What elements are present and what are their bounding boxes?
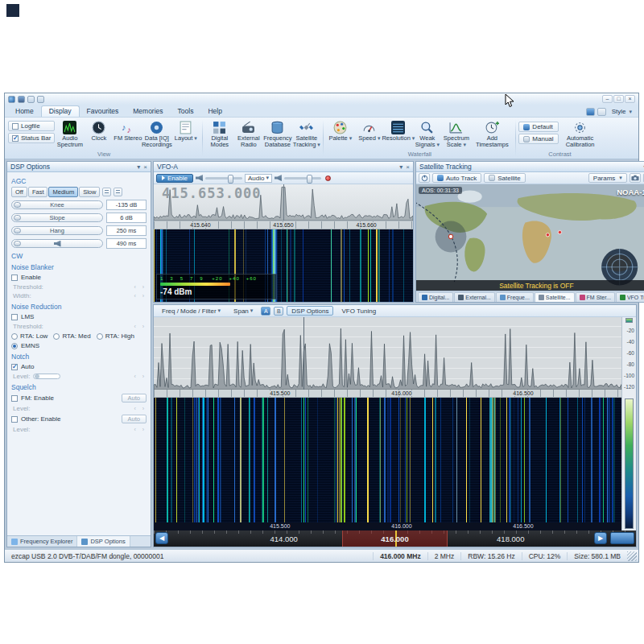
audio-spectrum-button[interactable]: Audio Spectrum (56, 119, 84, 150)
mute-icon[interactable] (275, 175, 282, 181)
rta-low-radio[interactable]: RTA: Low (11, 332, 47, 340)
window-layout-icon[interactable] (597, 108, 606, 116)
color-scheme-icon[interactable] (586, 108, 595, 116)
palette-button[interactable]: Palette (326, 119, 354, 150)
contrast-manual-button[interactable]: Manual (518, 134, 558, 144)
add-timestamps-button[interactable]: Add Timestamps (471, 119, 513, 150)
nb-enable-checkbox[interactable]: Enable (11, 274, 147, 281)
digital-modes-button[interactable]: Digital Modes (205, 119, 233, 150)
gain-slider[interactable] (11, 239, 103, 248)
noise-reduction-heading[interactable]: Noise Reduction (11, 303, 147, 311)
notch-heading[interactable]: Notch (11, 353, 147, 361)
vfo-waterfall[interactable]: 1 3 5 7 9 +20 +40 +60 -74 dBm (154, 229, 413, 302)
main-spectrum[interactable] (154, 317, 621, 390)
tab-vfo-tuning[interactable]: VFO Tu... (616, 292, 644, 302)
frequency-display[interactable]: 415.653.000 (162, 185, 262, 201)
frequency-database-button[interactable]: Frequency Database (263, 119, 291, 150)
speaker-icon[interactable] (196, 175, 203, 181)
slider-knob[interactable] (14, 241, 21, 246)
tab-frequency-explorer[interactable]: Frequency Explorer (7, 536, 77, 547)
auto-track-button[interactable]: Auto Track (432, 173, 481, 183)
clock-button[interactable]: Clock (85, 119, 113, 150)
waterfall-intensity-gradient[interactable] (625, 398, 634, 529)
external-radio-button[interactable]: External Radio (234, 119, 262, 150)
nav-right-arrow[interactable]: ▶ (594, 532, 607, 544)
vfo-frequency-scale[interactable]: 415.640 415.650 415.660 (154, 221, 413, 229)
maximize-button[interactable]: □ (613, 95, 624, 103)
tab-frequency-db[interactable]: Freque... (496, 292, 534, 302)
slope-slider[interactable]: Slope (11, 213, 103, 222)
knee-slider[interactable]: Knee (11, 200, 103, 209)
hang-value[interactable]: 250 ms (106, 225, 147, 236)
tab-tools[interactable]: Tools (171, 106, 201, 117)
spectrum-scale-button[interactable]: Spectrum Scale (442, 119, 470, 150)
tab-dsp-options[interactable]: DSP Options (77, 536, 130, 547)
panel-close-icon[interactable]: × (406, 163, 410, 171)
automatic-calibration-button[interactable]: Automatic Calibration (559, 119, 601, 150)
spinner-arrows[interactable]: ‹ › (134, 293, 147, 299)
noise-blanker-heading[interactable]: Noise Blanker (11, 263, 147, 271)
main-frequency-scale[interactable]: 415.500 416.000 416.500 (154, 390, 621, 398)
span-dropdown[interactable]: Span (229, 306, 258, 316)
camera-icon[interactable] (630, 173, 641, 183)
squelch-heading[interactable]: Squelch (11, 383, 147, 391)
tab-memories[interactable]: Memories (126, 106, 170, 117)
fm-auto-button[interactable]: Auto (122, 394, 147, 402)
fm-stereo-button[interactable]: ♪♪ FM Stereo (114, 119, 142, 150)
tab-help[interactable]: Help (200, 106, 229, 117)
gain-value[interactable]: 490 ms (106, 238, 147, 249)
tab-satellite[interactable]: Satellite... (535, 292, 575, 302)
agc-fast-button[interactable]: Fast (28, 187, 48, 197)
logfile-checkbox[interactable]: Logfile (8, 121, 55, 131)
speed-button[interactable]: Speed (355, 119, 383, 150)
spinner-arrows[interactable]: ‹ › (134, 427, 147, 432)
agc-options2-icon[interactable] (114, 188, 122, 196)
style-button[interactable]: Style (609, 107, 635, 116)
dsp-options-tab-button[interactable]: DSP Options (287, 306, 333, 316)
undo-icon[interactable] (27, 96, 35, 103)
statusbar-checkbox[interactable]: Status Bar (8, 133, 55, 143)
cw-heading[interactable]: CW (11, 252, 147, 260)
minimize-button[interactable]: – (602, 95, 613, 103)
agc-heading[interactable]: AGC (11, 177, 147, 185)
slider-knob[interactable] (14, 202, 21, 208)
tab-display[interactable]: Display (41, 105, 80, 117)
resolution-button[interactable]: Resolution (384, 119, 412, 150)
enable-button[interactable]: Enable (156, 174, 193, 183)
other-enable-checkbox[interactable]: Other: EnableAuto (11, 415, 147, 423)
notch-auto-checkbox[interactable]: Auto (11, 363, 147, 370)
nav-overview-box[interactable] (610, 532, 634, 544)
audio-select[interactable]: Audio (245, 174, 272, 183)
data-iq-recordings-button[interactable]: Data [IQ] Recordings (142, 119, 171, 150)
tab-fm-stereo[interactable]: FM Ster... (576, 292, 615, 302)
spinner-arrows[interactable]: ‹ › (134, 374, 147, 379)
fm-enable-checkbox[interactable]: FM: EnableAuto (11, 394, 147, 402)
slider-knob[interactable] (14, 228, 21, 233)
agc-slow-button[interactable]: Slow (79, 187, 100, 197)
view-b-button[interactable]: B (274, 307, 283, 316)
tab-digital-modes[interactable]: Digital... (418, 292, 453, 302)
tab-external-radio[interactable]: External... (454, 292, 495, 302)
resize-grip[interactable] (627, 551, 637, 561)
agc-options-icon[interactable] (102, 188, 111, 196)
power-icon[interactable] (419, 173, 430, 183)
spinner-arrows[interactable]: ‹ › (134, 324, 147, 329)
vfo-spectrum[interactable]: 415.653.000 (154, 184, 413, 221)
agc-off-button[interactable]: Off (11, 187, 27, 197)
knee-value[interactable]: -135 dB (106, 200, 147, 210)
lms-checkbox[interactable]: LMS (11, 313, 147, 320)
record-icon[interactable] (325, 175, 331, 181)
hang-slider[interactable]: Hang (11, 226, 103, 235)
panel-close-icon[interactable]: × (143, 163, 147, 171)
af-gain-slider[interactable] (205, 177, 242, 180)
slider-knob[interactable] (14, 215, 21, 221)
spinner-arrows[interactable]: ‹ › (134, 284, 147, 290)
panel-menu-icon[interactable]: ▾ (137, 163, 140, 171)
nav-left-arrow[interactable]: ◀ (155, 532, 168, 544)
spinner-arrows[interactable]: ‹ › (134, 406, 147, 411)
rta-med-radio[interactable]: RTA: Med (53, 332, 90, 340)
tab-favourites[interactable]: Favourites (80, 106, 126, 117)
weak-signals-button[interactable]: Weak Signals (413, 119, 441, 150)
notch-level-slider[interactable] (33, 374, 60, 379)
volume-slider[interactable] (284, 177, 321, 180)
